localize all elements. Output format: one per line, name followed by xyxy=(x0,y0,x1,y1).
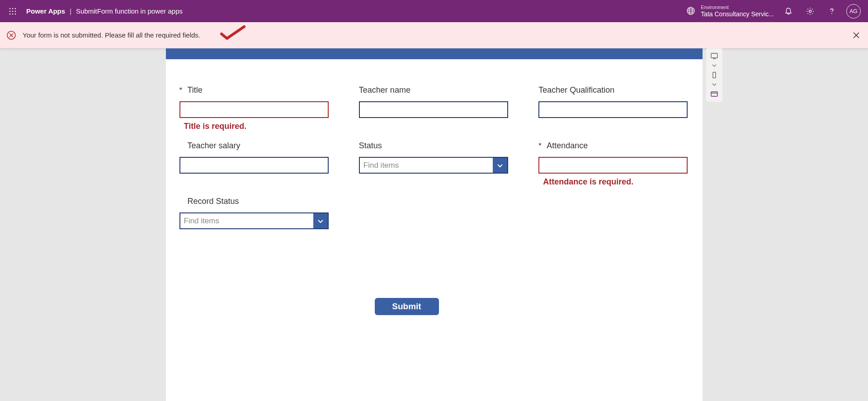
help-icon xyxy=(828,7,836,15)
record-status-combo-input[interactable] xyxy=(180,213,313,228)
svg-point-7 xyxy=(12,13,14,14)
field-status: Status xyxy=(359,141,509,187)
close-notification-button[interactable] xyxy=(851,30,862,41)
device-phone[interactable] xyxy=(709,71,720,79)
title-input[interactable] xyxy=(179,101,329,118)
tablet-icon xyxy=(711,91,718,97)
svg-point-1 xyxy=(12,8,14,9)
svg-point-0 xyxy=(9,8,11,9)
field-label: Record Status xyxy=(188,197,239,206)
title-error: Title is required. xyxy=(184,122,330,131)
chevron-down-icon xyxy=(317,217,324,225)
annotation-checkmark xyxy=(220,25,246,41)
svg-point-3 xyxy=(9,10,11,12)
environment-value: Tata Consultancy Servic... xyxy=(701,10,774,18)
svg-rect-23 xyxy=(713,72,716,78)
svg-point-8 xyxy=(15,13,16,14)
environment-picker[interactable]: Environment Tata Consultancy Servic... xyxy=(686,5,774,18)
field-teacher-salary: Teacher salary xyxy=(179,141,330,187)
field-label: Status xyxy=(359,141,382,151)
svg-point-2 xyxy=(15,8,16,9)
svg-point-14 xyxy=(809,10,811,12)
page-title: SubmitForm function in power apps xyxy=(76,7,183,15)
form: * Title Title is required. Teacher name … xyxy=(166,59,703,239)
chevron-down-icon xyxy=(496,162,504,169)
gear-icon xyxy=(806,7,814,15)
record-status-dropdown-button[interactable] xyxy=(313,213,328,228)
record-status-combobox[interactable] xyxy=(179,212,329,229)
svg-point-6 xyxy=(9,13,11,14)
field-record-status: Record Status xyxy=(179,197,330,229)
phone-icon xyxy=(711,72,718,78)
notification-text: Your form is not submitted. Please fill … xyxy=(23,31,200,39)
svg-rect-21 xyxy=(711,53,717,58)
svg-rect-24 xyxy=(711,92,717,96)
desktop-icon xyxy=(711,53,718,59)
svg-point-4 xyxy=(12,10,14,12)
error-icon xyxy=(6,30,16,40)
header-divider: | xyxy=(70,7,71,15)
notifications-button[interactable] xyxy=(778,0,799,22)
field-label: Teacher name xyxy=(359,85,410,95)
field-title: * Title Title is required. xyxy=(179,85,330,131)
svg-point-15 xyxy=(831,13,832,14)
submit-button[interactable]: Submit xyxy=(375,298,439,315)
teacher-salary-input[interactable] xyxy=(179,157,329,174)
device-desktop[interactable] xyxy=(709,52,720,60)
status-combobox[interactable] xyxy=(359,157,508,174)
chevron-down-icon xyxy=(712,83,717,86)
status-dropdown-button[interactable] xyxy=(493,158,507,173)
globe-icon xyxy=(686,6,695,15)
canvas-header-bar xyxy=(166,48,703,59)
app-name[interactable]: Power Apps xyxy=(26,7,65,15)
settings-button[interactable] xyxy=(799,0,821,22)
user-avatar[interactable]: AG xyxy=(846,4,861,19)
field-label: Title xyxy=(188,85,203,95)
svg-point-5 xyxy=(15,10,16,12)
field-label: Teacher salary xyxy=(188,141,241,151)
teacher-qualification-input[interactable] xyxy=(538,101,688,118)
field-label: Teacher Qualification xyxy=(538,85,614,95)
app-launcher-icon[interactable] xyxy=(4,2,22,20)
notification-bar: Your form is not submitted. Please fill … xyxy=(0,22,868,48)
field-attendance: * Attendance Attendance is required. xyxy=(538,141,689,187)
status-combo-input[interactable] xyxy=(360,158,493,173)
chevron-down-icon xyxy=(712,64,717,67)
app-header: Power Apps | SubmitForm function in powe… xyxy=(0,0,868,22)
device-chevron[interactable] xyxy=(709,63,720,68)
required-indicator: * xyxy=(179,86,188,95)
bell-icon xyxy=(784,7,793,15)
device-preview-toolbar xyxy=(706,48,722,102)
field-teacher-name: Teacher name xyxy=(359,85,509,131)
environment-label: Environment xyxy=(701,5,774,10)
field-label: Attendance xyxy=(547,141,588,151)
close-icon xyxy=(853,32,859,38)
field-teacher-qualification: Teacher Qualification xyxy=(538,85,689,131)
teacher-name-input[interactable] xyxy=(359,101,508,118)
device-tablet-landscape[interactable] xyxy=(709,90,720,98)
app-canvas: * Title Title is required. Teacher name … xyxy=(166,48,703,401)
help-button[interactable] xyxy=(821,0,843,22)
device-chevron[interactable] xyxy=(709,82,720,87)
required-indicator: * xyxy=(538,142,547,151)
attendance-error: Attendance is required. xyxy=(543,177,689,187)
attendance-input[interactable] xyxy=(538,157,688,174)
